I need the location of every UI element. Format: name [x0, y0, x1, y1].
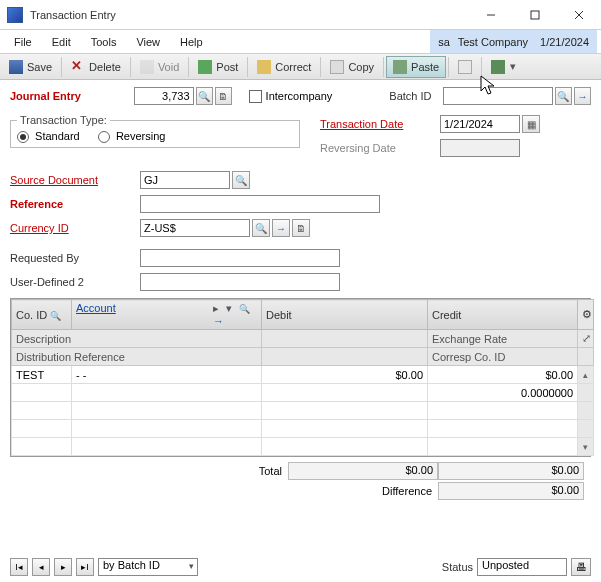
difference-value: $0.00: [438, 482, 584, 500]
journal-lookup-button[interactable]: 🔍: [196, 87, 213, 105]
extras-button[interactable]: ▾: [484, 56, 524, 78]
attach-button[interactable]: [451, 56, 479, 78]
col-co-id[interactable]: Co. ID 🔍: [12, 300, 72, 330]
nav-next-button[interactable]: ▸: [54, 558, 72, 576]
minimize-button[interactable]: [469, 1, 513, 29]
radio-reversing[interactable]: [98, 131, 110, 143]
transaction-type-label: Transaction Type:: [17, 114, 110, 126]
batch-lookup-button[interactable]: 🔍: [555, 87, 572, 105]
table-row[interactable]: [12, 402, 594, 420]
collapse-icon[interactable]: ▾: [226, 302, 236, 315]
form-area: Journal Entry 🔍 🗎 Intercompany Batch ID …: [0, 80, 601, 292]
copy-button[interactable]: Copy: [323, 56, 381, 78]
currency-lookup-button[interactable]: 🔍: [252, 219, 270, 237]
delete-label: Delete: [89, 61, 121, 73]
col-exchange-rate[interactable]: Exchange Rate: [428, 330, 578, 348]
table-row[interactable]: TEST - - $0.00 $0.00 ▴: [12, 366, 594, 384]
cell-account[interactable]: - -: [72, 366, 262, 384]
sort-by-select[interactable]: by Batch ID▾: [98, 558, 198, 576]
close-button[interactable]: [557, 1, 601, 29]
currency-expand-button[interactable]: →: [272, 219, 290, 237]
journal-note-button[interactable]: 🗎: [215, 87, 232, 105]
paste-icon: [393, 60, 407, 74]
arrow-right-icon[interactable]: →: [213, 315, 223, 327]
menu-help[interactable]: Help: [170, 33, 213, 51]
save-button[interactable]: Save: [2, 56, 59, 78]
scroll-up-icon[interactable]: ▴: [578, 366, 594, 384]
batch-expand-button[interactable]: →: [574, 87, 591, 105]
requested-by-input[interactable]: [140, 249, 340, 267]
currency-note-button[interactable]: 🗎: [292, 219, 310, 237]
delete-icon: ✕: [71, 60, 85, 74]
source-document-input[interactable]: [140, 171, 230, 189]
lookup-icon[interactable]: 🔍: [239, 304, 249, 314]
table-row[interactable]: 0.0000000: [12, 384, 594, 402]
post-icon: [198, 60, 212, 74]
radio-standard-label: Standard: [35, 130, 80, 142]
distribution-grid: Co. ID 🔍 Account ▸ ▾ 🔍 → Debit Credit ⚙ …: [10, 298, 591, 457]
cell-co[interactable]: TEST: [12, 366, 72, 384]
currency-id-input[interactable]: [140, 219, 250, 237]
journal-entry-input[interactable]: [134, 87, 194, 105]
correct-icon: [257, 60, 271, 74]
intercompany-checkbox[interactable]: [249, 90, 261, 103]
total-debit: $0.00: [288, 462, 438, 480]
lookup-icon: 🔍: [50, 311, 61, 321]
menu-file[interactable]: File: [4, 33, 42, 51]
grid-settings-icon[interactable]: ⚙: [578, 300, 594, 330]
source-lookup-button[interactable]: 🔍: [232, 171, 250, 189]
toolbar: Save ✕Delete Void Post Correct Copy Past…: [0, 54, 601, 80]
void-button[interactable]: Void: [133, 56, 186, 78]
batch-id-input[interactable]: [443, 87, 553, 105]
grid-expand-icon[interactable]: ⤢: [578, 330, 594, 348]
expand-icon[interactable]: ▸: [213, 302, 223, 315]
cell-debit[interactable]: $0.00: [262, 366, 428, 384]
total-credit: $0.00: [438, 462, 584, 480]
source-document-label[interactable]: Source Document: [10, 174, 140, 186]
col-corresp-co[interactable]: Corresp Co. ID: [428, 348, 578, 366]
reversing-date-label: Reversing Date: [320, 142, 440, 154]
col-credit[interactable]: Credit: [428, 300, 578, 330]
nav-prev-button[interactable]: ◂: [32, 558, 50, 576]
correct-button[interactable]: Correct: [250, 56, 318, 78]
maximize-button[interactable]: [513, 1, 557, 29]
cell-credit[interactable]: $0.00: [428, 366, 578, 384]
cell-debit[interactable]: [262, 384, 428, 402]
menu-tools[interactable]: Tools: [81, 33, 127, 51]
save-label: Save: [27, 61, 52, 73]
scroll-down-icon[interactable]: ▾: [578, 438, 594, 456]
paste-button[interactable]: Paste: [386, 56, 446, 78]
calendar-icon[interactable]: ▦: [522, 115, 540, 133]
reference-input[interactable]: [140, 195, 380, 213]
chevron-down-icon: ▾: [509, 60, 517, 73]
col-account[interactable]: Account ▸ ▾ 🔍 →: [72, 300, 262, 330]
print-button[interactable]: 🖶: [571, 558, 591, 576]
menu-view[interactable]: View: [126, 33, 170, 51]
reversing-date-input: [440, 139, 520, 157]
table-row[interactable]: ▾: [12, 438, 594, 456]
table-row[interactable]: [12, 420, 594, 438]
journal-entry-label: Journal Entry: [10, 90, 134, 102]
userdef2-label: User-Defined 2: [10, 276, 140, 288]
cell-credit[interactable]: 0.0000000: [428, 384, 578, 402]
total-label: Total: [228, 465, 288, 477]
transaction-date-input[interactable]: [440, 115, 520, 133]
menu-edit[interactable]: Edit: [42, 33, 81, 51]
currency-id-label[interactable]: Currency ID: [10, 222, 140, 234]
col-dist-ref[interactable]: Distribution Reference: [12, 348, 262, 366]
nav-first-button[interactable]: I◂: [10, 558, 28, 576]
radio-standard[interactable]: [17, 131, 29, 143]
cell-account[interactable]: [72, 384, 262, 402]
transaction-date-label[interactable]: Transaction Date: [320, 118, 440, 130]
delete-button[interactable]: ✕Delete: [64, 56, 128, 78]
col-description[interactable]: Description: [12, 330, 262, 348]
requested-by-label: Requested By: [10, 252, 140, 264]
cell-co[interactable]: [12, 384, 72, 402]
copy-icon: [330, 60, 344, 74]
nav-last-button[interactable]: ▸I: [76, 558, 94, 576]
userdef2-input[interactable]: [140, 273, 340, 291]
post-button[interactable]: Post: [191, 56, 245, 78]
status-label: Status: [442, 561, 473, 573]
svg-rect-1: [531, 11, 539, 19]
col-debit[interactable]: Debit: [262, 300, 428, 330]
